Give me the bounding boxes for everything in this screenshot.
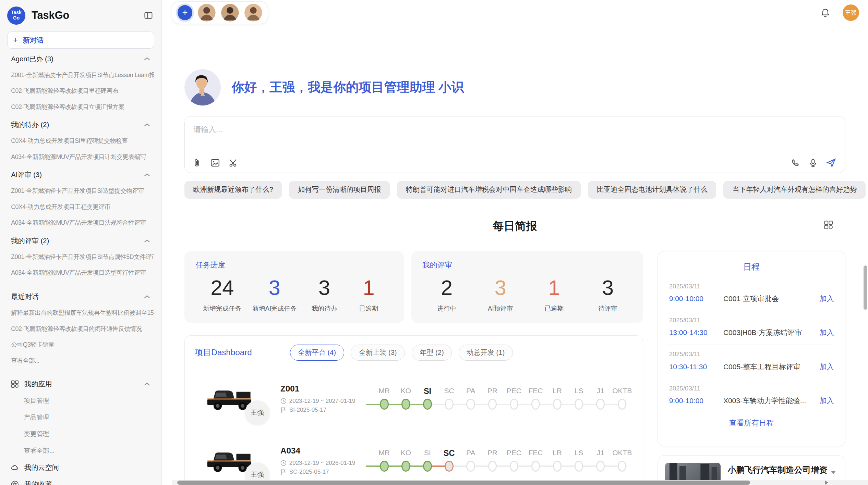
image-upload-icon[interactable] bbox=[210, 158, 220, 168]
project-row[interactable]: 王强 A034 2023-12-19 ~ 2026-01-19 SC-2025-… bbox=[195, 437, 633, 485]
milestone-dot bbox=[445, 461, 453, 472]
sidebar-task-item[interactable]: Z001-全新燃油轻卡产品开发项目SI节点属性5D文件评审 bbox=[7, 249, 154, 265]
horizontal-scrollbar[interactable] bbox=[172, 480, 868, 485]
my-favorites[interactable]: 我的收藏 bbox=[7, 476, 154, 485]
layout-grid-icon[interactable] bbox=[824, 220, 833, 229]
recent-conversation-item[interactable]: C02-飞腾新能源轻客改款项目的闭环通告反馈情况 bbox=[7, 321, 154, 337]
horizontal-scrollbar-thumb[interactable] bbox=[177, 481, 750, 484]
topbar-right: 王强 bbox=[820, 4, 859, 21]
milestone-label: SI bbox=[417, 449, 438, 458]
send-icon[interactable] bbox=[826, 158, 836, 168]
sidebar-task-item[interactable]: C02-飞腾新能源轻客改款项目里程碑画布 bbox=[7, 83, 154, 99]
stat-label: AI预评审 bbox=[484, 304, 517, 313]
suggestion-chip[interactable]: 当下年轻人对汽车外观有怎样的喜好趋势 bbox=[723, 181, 866, 199]
section-header-recent[interactable]: 最近对话 bbox=[7, 288, 154, 305]
sidebar-task-item[interactable]: Z001-全新燃油轻卡产品开发项目SI造型提交物评审 bbox=[7, 183, 154, 199]
new-chat-button[interactable]: + 新对话 bbox=[7, 32, 154, 49]
event-join-link[interactable]: 加入 bbox=[820, 294, 834, 303]
stat-value: 3 bbox=[591, 275, 625, 300]
app-item[interactable]: 项目管理 bbox=[7, 393, 154, 409]
project-dashboard-title: 项目Dashboard bbox=[195, 347, 290, 358]
milestone-label: KO bbox=[395, 449, 417, 458]
scroll-right-arrow[interactable] bbox=[825, 481, 828, 485]
milestone-dot bbox=[618, 461, 626, 472]
milestone-label: PA bbox=[460, 449, 482, 458]
scissors-icon[interactable] bbox=[228, 158, 238, 168]
sidebar-task-item[interactable]: C02-飞腾新能源轻客改款项目立项汇报方案 bbox=[7, 99, 154, 115]
dashboard-tab[interactable]: 全新平台 (4) bbox=[290, 345, 344, 361]
section-header-my-todo[interactable]: 我的待办 (2) bbox=[7, 116, 154, 133]
sidebar-task-item[interactable]: A034-全新新能源MUV产品开发项目法规符合性评审 bbox=[7, 215, 154, 231]
sidebar-task-item[interactable]: C0X4-动力总成开发项目SI里程碑提交物检查 bbox=[7, 133, 154, 149]
recent-conversation-item[interactable]: 解释最新出台的欧盟报废车法规再生塑料比例被调至15%... bbox=[7, 305, 154, 321]
stat-item: 1 已逾期 bbox=[352, 275, 385, 313]
sidebar-task-item[interactable]: A034-全新新能源MUV产品开发项目计划变更表编写 bbox=[7, 149, 154, 165]
my-apps-header[interactable]: 我的应用 bbox=[7, 375, 154, 393]
project-date-range: 2023-12-19 ~ 2026-01-19 bbox=[280, 460, 373, 467]
suggestion-chip[interactable]: 欧洲新规最近颁布了什么? bbox=[184, 181, 282, 199]
project-row[interactable]: 王强 Z001 2023-12-19 ~ 2027-01-19 SI-2025-… bbox=[195, 375, 633, 423]
project-dashboard-card: 项目Dashboard 全新平台 (4)全新上装 (3)年型 (2)动总开发 (… bbox=[184, 335, 643, 485]
project-image: 王强 bbox=[204, 385, 255, 413]
suggestion-chip[interactable]: 比亚迪全固态电池计划具体说了什么 bbox=[588, 181, 716, 199]
milestone-label: SI bbox=[417, 387, 438, 396]
microphone-icon[interactable] bbox=[808, 158, 818, 167]
sidebar-task-item[interactable]: A034-全新新能源MUV产品开发项目造型可行性评审 bbox=[7, 265, 154, 281]
milestone-label: PA bbox=[460, 387, 482, 396]
chevron-up-icon bbox=[144, 382, 150, 386]
sidebar-task-item[interactable]: Z001-全新燃油皮卡产品开发项目SI节点Lesson Learn报告 bbox=[7, 67, 154, 83]
app-item[interactable]: 变更管理 bbox=[7, 426, 154, 443]
agent-avatar-3[interactable] bbox=[244, 4, 262, 22]
agent-avatar-1[interactable] bbox=[198, 4, 216, 22]
dashboard-tab[interactable]: 年型 (2) bbox=[412, 345, 452, 361]
stat-value: 1 bbox=[538, 275, 571, 300]
section-header-agent-done[interactable]: Agent已办 (3) bbox=[7, 50, 154, 67]
app-item[interactable]: 查看全部... bbox=[7, 443, 154, 459]
stat-value: 3 bbox=[484, 275, 517, 300]
add-agent-button[interactable]: + bbox=[178, 5, 193, 20]
chat-input[interactable] bbox=[185, 116, 845, 173]
agent-avatar-2[interactable] bbox=[221, 4, 239, 22]
event-join-link[interactable]: 加入 bbox=[820, 396, 834, 406]
suggestion-chip[interactable]: 如何写一份清晰的项目周报 bbox=[289, 181, 390, 199]
dashboard-tab[interactable]: 全新上装 (3) bbox=[351, 345, 405, 361]
project-name: A034 bbox=[280, 446, 373, 456]
section-header-my-review[interactable]: 我的评审 (2) bbox=[7, 232, 154, 249]
event-join-link[interactable]: 加入 bbox=[820, 362, 834, 372]
vertical-scrollbar-thumb[interactable] bbox=[864, 265, 867, 310]
milestone-dot bbox=[531, 399, 540, 410]
my-cloud-space[interactable]: 我的云空间 bbox=[7, 459, 154, 476]
chevron-up-icon bbox=[144, 173, 150, 177]
attachment-icon[interactable] bbox=[192, 158, 202, 167]
notification-bell-icon[interactable] bbox=[820, 8, 830, 18]
milestone-dot bbox=[510, 461, 518, 472]
section-header-ai-review[interactable]: AI评审 (3) bbox=[7, 166, 154, 183]
sidebar-collapse-icon[interactable] bbox=[143, 10, 154, 21]
view-all-schedule-link[interactable]: 查看所有日程 bbox=[668, 413, 835, 433]
sidebar-section-apps: 我的应用 项目管理产品管理变更管理查看全部... bbox=[7, 375, 154, 459]
app-title: TaskGo bbox=[32, 9, 143, 22]
milestone-label: FEC bbox=[525, 387, 546, 396]
chevron-up-icon bbox=[144, 295, 150, 299]
phone-call-icon[interactable] bbox=[791, 158, 800, 167]
app-item[interactable]: 产品管理 bbox=[7, 409, 154, 426]
user-avatar[interactable]: 王强 bbox=[843, 4, 859, 21]
recent-conversation-item[interactable]: 公司Q3轻卡销量 bbox=[7, 337, 154, 353]
stat-item: 24 新增完成任务 bbox=[203, 275, 241, 313]
milestone-dot bbox=[380, 399, 388, 410]
dashboard-tab[interactable]: 动总开发 (1) bbox=[459, 345, 513, 361]
my-review-card: 我的评审 2 进行中 3 bbox=[411, 251, 643, 323]
grid-icon bbox=[11, 380, 19, 388]
stat-item: 1 已逾期 bbox=[538, 275, 571, 313]
briefing-right-column: 日程 2025/03/11 9:00-10:00 C001-立项审批会 加入 bbox=[658, 251, 845, 485]
milestone-label: PR bbox=[482, 387, 503, 396]
scroll-down-arrow[interactable] bbox=[831, 471, 836, 474]
recent-view-all[interactable]: 查看全部... bbox=[7, 352, 154, 369]
schedule-event: 2025/03/11 13:00-14:30 C003|H0B-方案冻结评审 加… bbox=[668, 311, 835, 345]
daily-briefing-header: 每日简报 bbox=[184, 219, 845, 234]
sidebar-task-item[interactable]: C0X4-动力总成开发项目工程变更评审 bbox=[7, 199, 154, 215]
event-join-link[interactable]: 加入 bbox=[820, 328, 834, 337]
suggestion-chip[interactable]: 特朗普可能对进口汽车增税会对中国车企造成哪些影响 bbox=[397, 181, 581, 199]
milestone-label: MR bbox=[373, 387, 395, 396]
milestone-label: LR bbox=[546, 387, 568, 396]
